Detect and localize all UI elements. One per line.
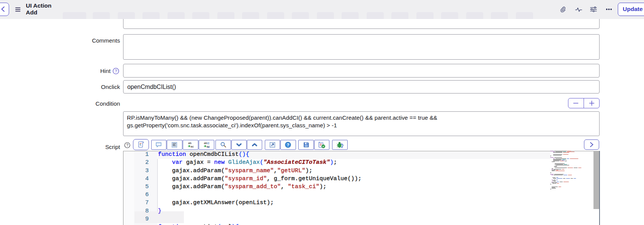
svg-text:?: ?	[287, 143, 290, 147]
svg-text:?: ?	[126, 143, 128, 147]
svg-text:ac: ac	[191, 144, 194, 148]
svg-text:?: ?	[115, 69, 117, 73]
